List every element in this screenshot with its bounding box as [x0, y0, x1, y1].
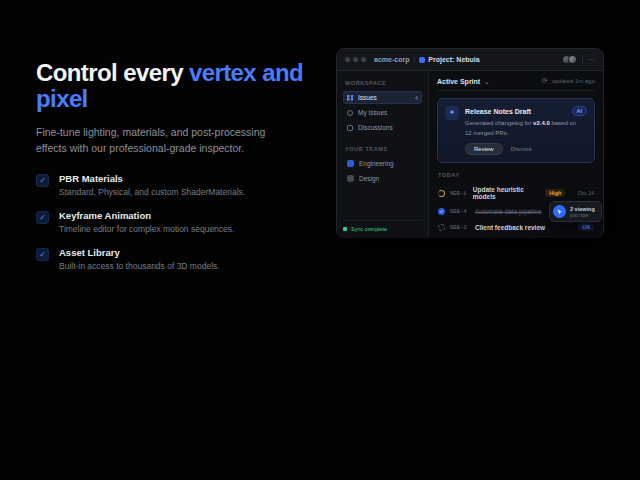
feature-description: Built-in access to thousands of 3D model… — [59, 261, 220, 271]
feature-list: ✓ PBR Materials Standard, Physical, and … — [36, 173, 326, 271]
check-icon: ✓ — [36, 174, 49, 187]
window-titlebar: acme-corp / Project: Nebula ⋯ — [337, 49, 603, 71]
sync-status-icon — [343, 227, 347, 231]
sidebar-item-my-issues[interactable]: My Issues — [343, 106, 422, 119]
sidebar-item-engineering[interactable]: Engineering — [343, 157, 422, 170]
project-icon — [419, 57, 425, 63]
sidebar: WORKSPACE Issues 4 My Issues Discussions… — [337, 71, 429, 238]
task-id: NEB-1 — [450, 190, 468, 197]
chat-icon — [347, 125, 353, 131]
title-white: Control every — [36, 59, 189, 86]
sidebar-item-label: My Issues — [358, 109, 387, 116]
task-title: Automate data pipeline — [475, 208, 542, 215]
check-icon: ✓ — [36, 211, 49, 224]
task-id: NEB-3 — [450, 224, 470, 231]
sidebar-item-issues[interactable]: Issues 4 — [343, 91, 422, 104]
sidebar-item-label: Discussions — [358, 124, 393, 131]
team-engineering-icon — [347, 160, 354, 167]
subtitle-line-2: effects with our professional-grade insp… — [36, 142, 244, 154]
sidebar-item-label: Issues — [358, 94, 377, 101]
workspace-section-label: WORKSPACE — [345, 80, 420, 86]
feature-item-pbr-materials: ✓ PBR Materials Standard, Physical, and … — [36, 173, 326, 197]
task-title: Update heuristic models — [473, 186, 540, 200]
sidebar-item-discussions[interactable]: Discussions — [343, 121, 422, 134]
titlebar-divider — [582, 55, 583, 64]
ai-card-body: Generated changelog for v2.4.0 based on … — [465, 119, 577, 138]
grid-icon — [347, 95, 353, 101]
status-todo-icon — [438, 224, 445, 231]
task-date: Oct 24 — [574, 190, 594, 196]
window-control-dot[interactable] — [361, 57, 366, 62]
sprint-selector[interactable]: Active Sprint ⌄ — [437, 78, 489, 85]
team-design-icon — [347, 175, 354, 182]
main-header: Active Sprint ⌄ ⟳ updated 1m ago — [437, 77, 595, 91]
refresh-icon[interactable]: ⟳ — [542, 77, 548, 85]
feature-title: Keyframe Animation — [59, 210, 234, 221]
ai-card: ✦ Release Notes Draft AI Generated chang… — [437, 98, 595, 163]
org-name: acme-corp — [374, 56, 409, 63]
breadcrumb-separator: / — [413, 56, 415, 63]
window-control-dot[interactable] — [345, 57, 350, 62]
feature-title: PBR Materials — [59, 173, 245, 184]
status-done-icon: ✓ — [438, 208, 445, 215]
sidebar-item-design[interactable]: Design — [343, 172, 422, 185]
ai-card-title: Release Notes Draft — [465, 108, 531, 115]
status-in-progress-icon — [438, 190, 445, 197]
ai-badge: AI — [572, 106, 588, 116]
check-icon: ✓ — [36, 248, 49, 261]
chevron-down-icon: ⌄ — [484, 78, 489, 85]
window-control-dot[interactable] — [353, 57, 358, 62]
sidebar-footer: Sync complete — [343, 220, 422, 232]
hero-section: Control every vertex and pixel Fine-tune… — [36, 60, 326, 284]
dismiss-button[interactable]: Dismiss — [511, 146, 532, 152]
feature-title: Asset Library — [59, 247, 220, 258]
teams-section-label: YOUR TEAMS — [345, 146, 420, 152]
issues-count-badge: 4 — [415, 95, 418, 101]
presence-avatar — [553, 205, 566, 218]
sync-status: Sync complete — [351, 226, 387, 232]
label-badge-ux: UX — [578, 223, 594, 231]
sidebar-item-label: Design — [359, 175, 379, 182]
feature-item-keyframe-animation: ✓ Keyframe Animation Timeline editor for… — [36, 210, 326, 234]
window-controls[interactable] — [345, 57, 366, 62]
more-button[interactable]: ⋯ — [588, 56, 595, 63]
subtitle-line-1: Fine-tune lighting, materials, and post-… — [36, 126, 265, 138]
app-window: acme-corp / Project: Nebula ⋯ WORKSPACE … — [336, 48, 604, 238]
cursor-icon — [557, 209, 563, 215]
collaborator-avatars — [562, 55, 577, 64]
updated-timestamp: updated 1m ago — [552, 78, 595, 84]
feature-description: Standard, Physical, and custom ShaderMat… — [59, 187, 245, 197]
sparkle-icon: ✦ — [445, 106, 459, 120]
user-icon — [347, 110, 353, 116]
priority-badge-high: High — [545, 189, 565, 197]
task-title: Client feedback review — [475, 224, 545, 231]
hero-subtitle: Fine-tune lighting, materials, and post-… — [36, 124, 326, 157]
project-name: Project: Nebula — [428, 56, 479, 63]
feature-item-asset-library: ✓ Asset Library Built-in access to thous… — [36, 247, 326, 271]
sprint-title: Active Sprint — [437, 78, 480, 85]
review-button[interactable]: Review — [465, 143, 503, 155]
avatar — [568, 55, 577, 64]
sidebar-item-label: Engineering — [359, 160, 394, 167]
task-id: NEB-4 — [450, 208, 470, 215]
today-section-label: TODAY — [438, 172, 594, 178]
feature-description: Timeline editor for complex motion seque… — [59, 224, 234, 234]
presence-chip: 2 viewing just now — [549, 201, 602, 222]
presence-subtext: just now — [570, 212, 595, 218]
page-title: Control every vertex and pixel — [36, 60, 326, 113]
version-highlight: v2.4.0 — [533, 120, 550, 126]
